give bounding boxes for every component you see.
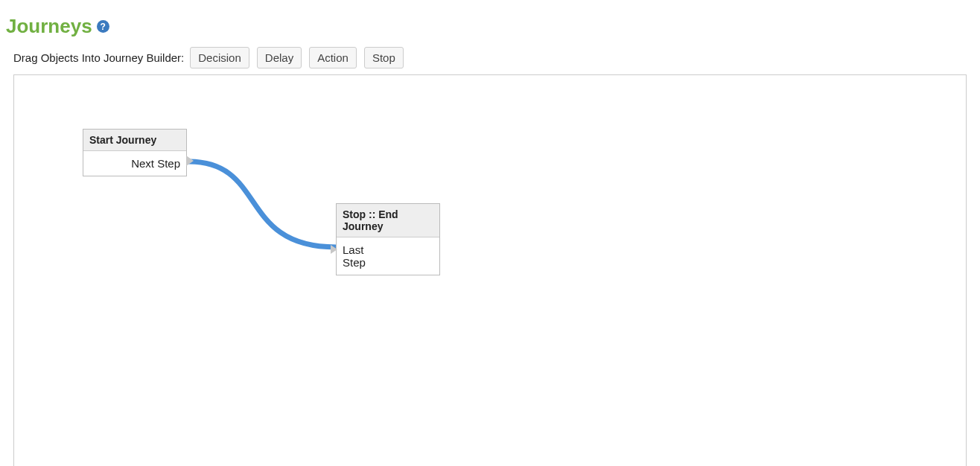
- palette-action[interactable]: Action: [309, 47, 357, 68]
- help-icon[interactable]: ?: [97, 20, 109, 33]
- node-start-journey[interactable]: Start Journey Next Step: [83, 129, 187, 176]
- node-stop-body-label: Last Step: [343, 243, 377, 269]
- palette-toolbar: Drag Objects Into Journey Builder: Decis…: [0, 42, 980, 74]
- node-stop-journey[interactable]: Stop :: End Journey Last Step: [336, 203, 440, 275]
- node-start-header: Start Journey: [83, 130, 186, 151]
- node-stop-header: Stop :: End Journey: [337, 204, 439, 237]
- palette-stop[interactable]: Stop: [364, 47, 404, 68]
- edge-start-to-stop: [188, 162, 336, 247]
- page-title: Journeys: [6, 15, 92, 38]
- node-start-body-label: Next Step: [131, 157, 180, 170]
- connector-in-icon: [331, 245, 337, 254]
- palette-toolbar-label: Drag Objects Into Journey Builder:: [13, 51, 184, 64]
- journey-canvas[interactable]: Start Journey Next Step Stop :: End Jour…: [13, 74, 967, 466]
- palette-delay[interactable]: Delay: [257, 47, 302, 68]
- connector-out-icon[interactable]: [186, 156, 194, 166]
- palette-decision[interactable]: Decision: [190, 47, 249, 68]
